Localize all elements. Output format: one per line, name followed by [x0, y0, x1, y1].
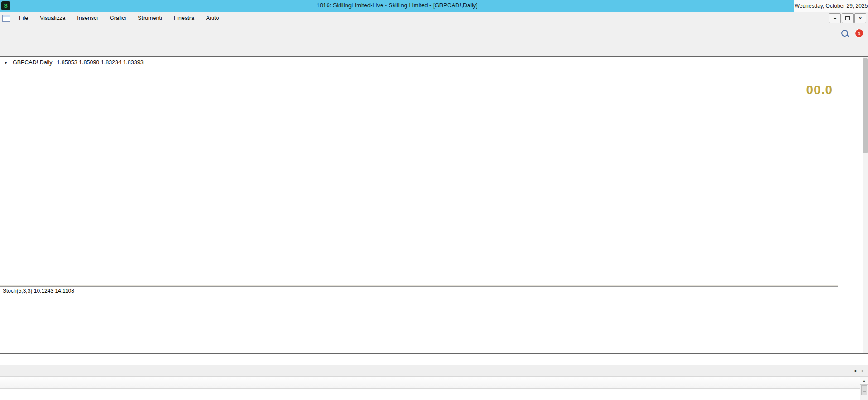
scroll-up-icon[interactable]: ▴	[860, 377, 868, 385]
date-axis[interactable]	[0, 353, 868, 366]
chart-tabs-bar: ◂ ▸	[0, 365, 868, 377]
tabs-prev-icon[interactable]: ◂	[854, 367, 856, 374]
title-bar: S 1016: SkillingLimited-Live - Skilling …	[0, 0, 868, 12]
window-controls: – ×	[829, 13, 866, 23]
orders-header-row	[0, 377, 868, 389]
price-chart[interactable]	[0, 57, 838, 285]
menu-item-finestra[interactable]: Finestra	[168, 13, 200, 24]
menu-item-grafici[interactable]: Grafici	[104, 13, 132, 24]
titlebar-date: Wednesday, October 29, 2025	[794, 0, 868, 12]
window-title: 1016: SkillingLimited-Live - Skilling Li…	[0, 2, 794, 9]
close-button[interactable]: ×	[854, 13, 866, 23]
menu-item-strumenti[interactable]: Strumenti	[132, 13, 168, 24]
toolbar-main: 1	[0, 24, 868, 43]
menu-item-file[interactable]: File	[13, 13, 34, 24]
menu-item-inserisci[interactable]: Inserisci	[71, 13, 104, 24]
minimize-button[interactable]: –	[829, 13, 841, 23]
chart-region: ▼ GBPCAD!,Daily 1.85053 1.85090 1.83234 …	[0, 56, 868, 365]
tab-scroll-arrows: ◂ ▸	[854, 367, 864, 374]
chart-scrollbar[interactable]	[863, 57, 868, 353]
price-axis[interactable]	[838, 57, 863, 353]
orders-scrollbar[interactable]: ▴	[860, 377, 868, 400]
menu-item-visualizza[interactable]: Visualizza	[34, 13, 71, 24]
orders-scroll-thumb[interactable]	[861, 385, 867, 395]
notification-badge[interactable]: 1	[855, 29, 863, 38]
restore-button[interactable]	[842, 13, 854, 23]
search-icon[interactable]	[841, 30, 848, 37]
mt4-window: S 1016: SkillingLimited-Live - Skilling …	[0, 0, 868, 400]
orders-panel: ▴	[0, 377, 868, 400]
tabs-next-icon[interactable]: ▸	[862, 367, 864, 374]
one-click-toggle-icon[interactable]: ▼	[4, 60, 8, 65]
restore-icon	[845, 16, 850, 20]
stochastic-chart[interactable]	[0, 287, 838, 353]
ea-display: 00.0	[806, 83, 833, 97]
chart-window-icon	[2, 15, 10, 22]
scrollbar-thumb[interactable]	[863, 58, 868, 153]
stochastic-label: Stoch(5,3,3) 10.1243 14.1108	[2, 288, 75, 294]
chart-ohlc-values: 1.85053 1.85090 1.83234 1.83393	[57, 59, 143, 66]
menu-item-aiuto[interactable]: Aiuto	[200, 13, 225, 24]
chart-symbol-label: GBPCAD!,Daily	[13, 59, 53, 66]
toolbar-drawing	[0, 43, 868, 56]
menu-bar: FileVisualizzaInserisciGraficiStrumentiF…	[0, 12, 868, 25]
chart-legend: ▼ GBPCAD!,Daily 1.85053 1.85090 1.83234 …	[4, 59, 144, 66]
